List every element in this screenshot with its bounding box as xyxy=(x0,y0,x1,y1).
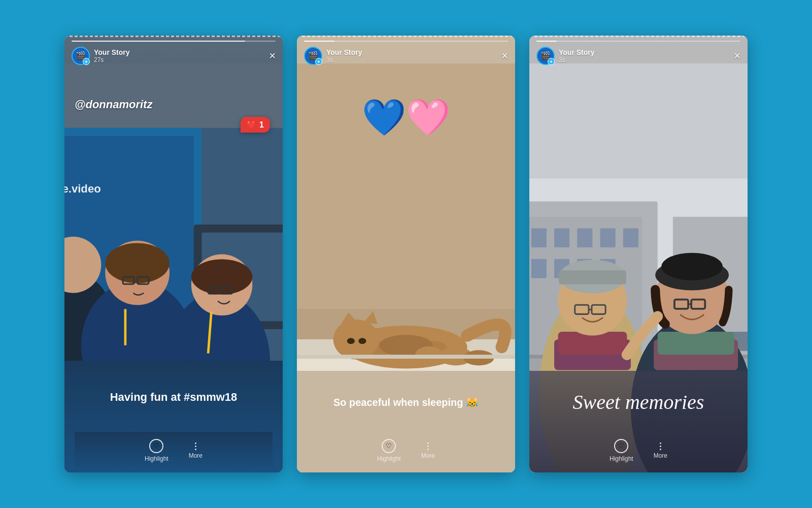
dot-2a xyxy=(427,442,429,444)
svg-point-79 xyxy=(661,253,723,280)
story-header-info-3: 🎬 + Your Story 3s × xyxy=(536,47,740,65)
three-dots-icon-3 xyxy=(660,442,661,450)
heart-inner-1: ♡ xyxy=(153,442,159,449)
mention-tag-1: @donnamoritz xyxy=(75,98,152,111)
progress-fill-3 xyxy=(536,41,557,42)
story-user-info-3: Your Story 3s xyxy=(559,48,595,64)
story-time-3: 3s xyxy=(559,56,595,64)
more-label-1: More xyxy=(189,452,202,459)
svg-point-34 xyxy=(333,320,380,359)
hearts-emoji-2: 💙🩷 xyxy=(362,98,450,137)
story-close-3[interactable]: × xyxy=(734,50,740,61)
more-label-3: More xyxy=(654,452,667,459)
svg-rect-48 xyxy=(554,228,569,247)
stories-container: 🎬 + Your Story 27s × xyxy=(44,15,768,493)
avatar-plus-1: + xyxy=(83,58,90,65)
like-count-1: 1 xyxy=(259,120,264,130)
dot-3b xyxy=(660,446,661,447)
dot-3c xyxy=(660,449,661,450)
svg-point-38 xyxy=(358,338,366,344)
svg-rect-76 xyxy=(658,332,734,355)
story-footer-2: ♡ Highlight More xyxy=(307,432,505,472)
story-avatar-3[interactable]: 🎬 + xyxy=(536,47,555,65)
story-content-1: wave.video xyxy=(64,36,283,472)
story-user-info-2: Your Story 3s xyxy=(326,48,362,64)
dot-1b xyxy=(195,446,196,447)
story-header-3: 🎬 + Your Story 3s × xyxy=(529,36,748,69)
svg-rect-70 xyxy=(559,270,626,284)
more-action-3[interactable]: More xyxy=(654,442,667,459)
story-card-2: 🎬 + Your Story 3s × xyxy=(297,36,515,472)
hearts-sticker-2: 💙🩷 xyxy=(362,97,450,138)
story-time-1: 27s xyxy=(94,56,130,64)
heart-circle-icon-3: ♡ xyxy=(614,439,628,453)
more-action-2[interactable]: More xyxy=(421,442,435,459)
story-header-1: 🎬 + Your Story 27s × xyxy=(64,36,283,69)
story-avatar-2[interactable]: 🎬 + xyxy=(304,47,322,65)
three-dots-icon-1 xyxy=(195,442,196,450)
story-header-left-3: 🎬 + Your Story 3s xyxy=(536,47,595,65)
heart-circle-icon-1: ♡ xyxy=(149,439,163,453)
heart-circle-icon-2: ♡ xyxy=(382,439,396,453)
story-bottom-2: So peaceful when sleeping 😹 ♡ Highlight xyxy=(297,371,515,472)
story-user-info-1: Your Story 27s xyxy=(94,48,130,64)
svg-rect-50 xyxy=(600,228,616,247)
story-time-2: 3s xyxy=(326,56,362,64)
dot-1c xyxy=(195,449,196,450)
more-label-2: More xyxy=(421,452,435,459)
story-header-left-2: 🎬 + Your Story 3s xyxy=(304,47,362,65)
story-header-info-1: 🎬 + Your Story 27s × xyxy=(72,47,276,65)
story-header-2: 🎬 + Your Story 3s × xyxy=(297,36,515,69)
story-close-2[interactable]: × xyxy=(501,50,508,61)
story-bottom-1: Having fun at #smmw18 ♡ Highlight xyxy=(64,361,283,472)
story-close-1[interactable]: × xyxy=(269,50,276,61)
story-header-left-1: 🎬 + Your Story 27s xyxy=(72,47,130,65)
svg-rect-49 xyxy=(577,228,592,247)
progress-bar-1 xyxy=(72,41,276,42)
dot-2c xyxy=(427,449,429,450)
dot-3a xyxy=(660,442,661,444)
svg-text:wave.video: wave.video xyxy=(64,182,101,195)
mention-text-1: @donnamoritz xyxy=(75,98,152,111)
highlight-label-2: Highlight xyxy=(377,455,401,462)
like-notification-1[interactable]: ❤️ 1 xyxy=(241,117,270,133)
more-action-1[interactable]: More xyxy=(189,442,202,459)
svg-rect-52 xyxy=(531,259,547,278)
svg-rect-47 xyxy=(531,228,547,247)
story-username-2: Your Story xyxy=(326,48,362,56)
progress-fill-1 xyxy=(72,41,245,42)
story-content-3: Sweet memories ♡ Highlight xyxy=(529,36,748,472)
heart-inner-2: ♡ xyxy=(386,442,392,449)
story-avatar-1[interactable]: 🎬 + xyxy=(72,47,90,65)
svg-point-37 xyxy=(347,338,355,344)
dot-2b xyxy=(427,446,429,447)
three-dots-icon-2 xyxy=(427,442,429,450)
highlight-action-2[interactable]: ♡ Highlight xyxy=(377,439,401,462)
story-caption-1: Having fun at #smmw18 xyxy=(75,371,273,424)
heart-inner-3: ♡ xyxy=(618,442,624,449)
avatar-plus-3: + xyxy=(548,58,555,65)
svg-rect-42 xyxy=(297,355,515,359)
highlight-label-3: Highlight xyxy=(610,455,633,462)
story-card-1: 🎬 + Your Story 27s × xyxy=(64,36,283,472)
highlight-action-3[interactable]: ♡ Highlight xyxy=(610,439,633,462)
story-username-1: Your Story xyxy=(94,48,130,56)
svg-rect-51 xyxy=(623,228,638,247)
progress-bar-2 xyxy=(304,41,508,42)
highlight-action-1[interactable]: ♡ Highlight xyxy=(145,439,168,462)
story-content-2: 💙🩷 So peaceful when sleeping 😹 ♡ Highlig… xyxy=(297,36,515,472)
progress-bar-3 xyxy=(536,41,740,42)
story-card-3: 🎬 + Your Story 3s × xyxy=(529,36,748,472)
story-footer-3: ♡ Highlight More xyxy=(539,432,737,472)
story-header-info-2: 🎬 + Your Story 3s × xyxy=(304,47,508,65)
story-username-3: Your Story xyxy=(559,48,595,56)
highlight-label-1: Highlight xyxy=(145,455,168,462)
heart-icon-notification: ❤️ xyxy=(247,120,257,130)
dot-1a xyxy=(195,442,196,444)
story-caption-2: So peaceful when sleeping 😹 xyxy=(307,381,505,424)
story-caption-3: Sweet memories xyxy=(539,381,737,424)
story-footer-1: ♡ Highlight More xyxy=(75,432,273,472)
progress-fill-2 xyxy=(304,41,334,42)
story-bottom-3: Sweet memories ♡ Highlight xyxy=(529,371,748,472)
avatar-plus-2: + xyxy=(315,58,322,65)
